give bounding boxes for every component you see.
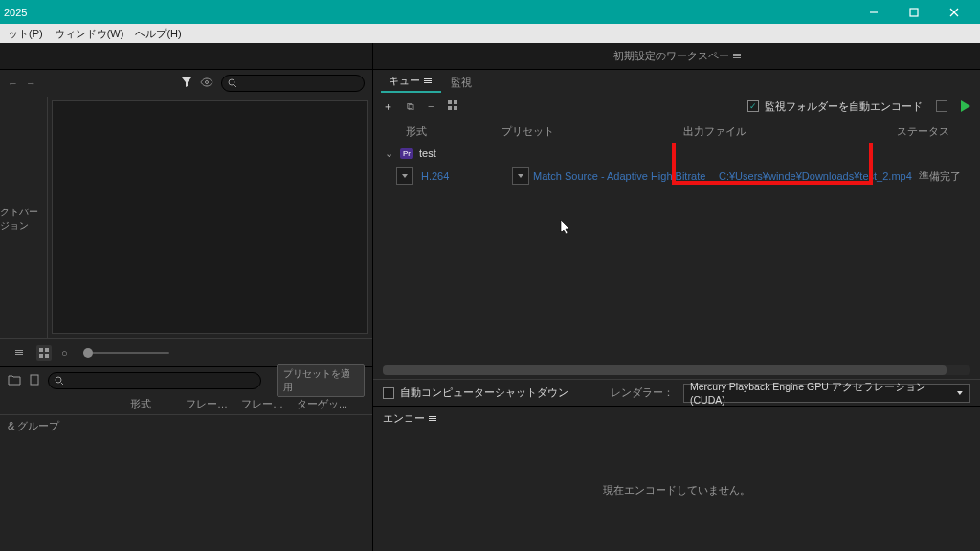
checkbox-icon: [383, 387, 394, 399]
svg-point-5: [229, 79, 234, 85]
renderer-value: Mercury Playback Engine GPU アクセラレーション (C…: [690, 381, 956, 406]
media-search-input[interactable]: [221, 75, 365, 92]
media-tree[interactable]: [52, 100, 368, 334]
menu-help[interactable]: ヘルプ(H): [129, 27, 187, 41]
tab-queue-menu-icon[interactable]: [424, 78, 432, 83]
preset-col-format[interactable]: 形式: [124, 397, 180, 411]
svg-point-4: [206, 81, 209, 84]
minimize-button[interactable]: [854, 0, 894, 24]
queue-list: ⌄ Pr test H.264 Match Source - Adaptive …: [373, 143, 980, 254]
preset-row[interactable]: & グループ: [0, 415, 372, 438]
stop-button[interactable]: [936, 100, 947, 112]
svg-rect-16: [448, 106, 452, 110]
preset-header-row: 形式 フレーム... フレーム... ターゲッ...: [0, 394, 372, 415]
thumbnail-view-icon[interactable]: [36, 345, 52, 361]
queue-row-format[interactable]: H.264: [417, 170, 508, 182]
app-year: 2025: [4, 7, 27, 18]
view-switch-bar: ○: [0, 338, 372, 366]
remove-button[interactable]: −: [428, 100, 434, 112]
filter-icon[interactable]: [181, 77, 192, 90]
disclosure-triangle-icon[interactable]: ⌄: [383, 147, 394, 160]
auto-encode-checkbox[interactable]: 監視フォルダーを自動エンコード: [747, 99, 923, 114]
svg-point-12: [56, 377, 61, 383]
titlebar: 2025: [0, 0, 980, 24]
window-controls: [854, 0, 974, 24]
tab-watch[interactable]: 監視: [443, 73, 481, 93]
svg-rect-15: [454, 100, 457, 104]
queue-panel: キュー 監視 ＋ ⧉ − 監視フォルダーを自動エンコード: [373, 70, 980, 407]
reorder-icon[interactable]: [447, 99, 458, 113]
list-view-icon[interactable]: [11, 345, 27, 361]
queue-row-status: 準備完了: [919, 169, 970, 184]
svg-rect-9: [39, 354, 43, 358]
visibility-icon[interactable]: [200, 77, 213, 89]
tab-encoding-label[interactable]: エンコー: [383, 411, 425, 426]
auto-shutdown-checkbox[interactable]: 自動コンピューターシャットダウン: [383, 386, 568, 400]
queue-group[interactable]: ⌄ Pr test: [383, 143, 970, 164]
start-queue-button[interactable]: [961, 100, 970, 112]
queue-row[interactable]: H.264 Match Source - Adaptive High Bitra…: [383, 164, 970, 188]
svg-line-6: [234, 85, 236, 87]
queue-horizontal-scrollbar[interactable]: [383, 365, 970, 375]
svg-line-13: [61, 383, 63, 385]
queue-col-output[interactable]: 出力ファイル: [683, 124, 875, 139]
svg-rect-10: [45, 354, 49, 358]
duplicate-button[interactable]: ⧉: [407, 100, 414, 113]
renderer-dropdown[interactable]: Mercury Playback Engine GPU アクセラレーション (C…: [683, 384, 970, 403]
workspace-bar-left: [0, 43, 372, 70]
preset-search-input[interactable]: [48, 372, 261, 389]
svg-rect-17: [454, 106, 457, 110]
format-dropdown[interactable]: [396, 167, 413, 185]
preset-new-icon[interactable]: [29, 374, 40, 387]
encoding-menu-icon[interactable]: [429, 416, 436, 421]
thumbnail-size-slider[interactable]: [83, 352, 169, 354]
preset-col-frame2[interactable]: フレーム...: [235, 397, 291, 411]
auto-encode-label: 監視フォルダーを自動エンコード: [765, 99, 923, 114]
workspace-bar-right: 初期設定のワークスペー: [373, 43, 980, 70]
workspace-menu-icon[interactable]: [733, 54, 741, 58]
queue-row-output[interactable]: C:¥Users¥winde¥Downloads¥test_2.mp4: [719, 170, 915, 182]
preset-folder-icon[interactable]: [8, 374, 21, 387]
premiere-badge-icon: Pr: [400, 148, 413, 159]
queue-group-name: test: [419, 147, 436, 159]
nav-back-icon[interactable]: ←: [8, 77, 18, 89]
tree-sidebar-label: クトバージョン: [0, 97, 48, 338]
maximize-button[interactable]: [894, 0, 934, 24]
auto-shutdown-label: 自動コンピューターシャットダウン: [400, 386, 568, 400]
mouse-cursor-icon: [559, 219, 572, 238]
apply-preset-button[interactable]: プリセットを適用: [277, 364, 365, 397]
svg-rect-7: [39, 348, 43, 352]
menu-bar: ット(P) ウィンドウ(W) ヘルプ(H): [0, 24, 980, 43]
preset-col-frame1[interactable]: フレーム...: [180, 397, 235, 411]
preset-col-target[interactable]: ターゲッ...: [291, 397, 372, 411]
queue-col-preset[interactable]: プリセット: [501, 124, 683, 139]
queue-col-status[interactable]: ステータス: [875, 124, 970, 139]
queue-col-format[interactable]: 形式: [406, 124, 501, 139]
media-browser-panel: ← → クトバージョン: [0, 70, 372, 366]
workspace-label[interactable]: 初期設定のワークスペー: [613, 49, 729, 63]
svg-rect-1: [910, 9, 918, 16]
zoom-slider-dot-icon: ○: [61, 347, 68, 359]
nav-forward-icon[interactable]: →: [26, 77, 36, 89]
tab-queue[interactable]: キュー: [381, 71, 441, 93]
add-source-button[interactable]: ＋: [383, 99, 393, 114]
svg-rect-8: [45, 348, 49, 352]
encoding-panel: エンコー 現在エンコードしていません。: [373, 407, 980, 551]
svg-rect-11: [31, 375, 38, 385]
chevron-down-icon: [956, 389, 964, 397]
preset-list[interactable]: & グループ: [0, 415, 372, 551]
preset-dropdown[interactable]: [512, 167, 529, 185]
svg-rect-14: [448, 100, 452, 104]
encoding-status: 現在エンコードしていません。: [373, 430, 980, 551]
checkbox-icon: [747, 100, 759, 112]
queue-bottom-bar: 自動コンピューターシャットダウン レンダラー： Mercury Playback…: [373, 379, 980, 406]
queue-row-preset[interactable]: Match Source - Adaptive High Bitrate: [533, 170, 715, 182]
menu-window[interactable]: ウィンドウ(W): [49, 27, 130, 41]
menu-preset[interactable]: ット(P): [2, 27, 49, 41]
preset-browser-panel: プリセットを適用 形式 フレーム... フレーム... ターゲッ... & グル…: [0, 366, 372, 551]
preset-row[interactable]: [0, 461, 372, 484]
close-button[interactable]: [934, 0, 974, 24]
tab-queue-label: キュー: [389, 74, 420, 88]
queue-header-row: 形式 プリセット 出力ファイル ステータス: [373, 120, 980, 143]
preset-row[interactable]: [0, 438, 372, 461]
